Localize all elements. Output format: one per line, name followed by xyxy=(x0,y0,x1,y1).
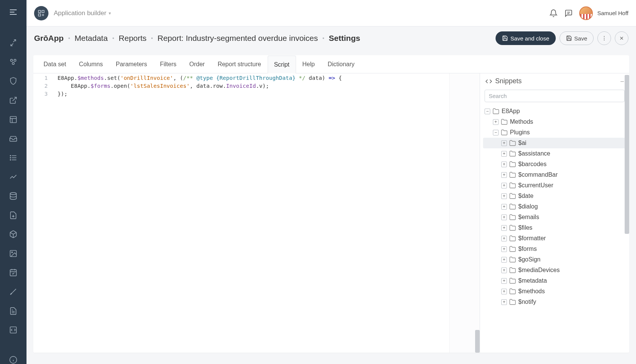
tree-node[interactable]: +$methods xyxy=(483,286,627,297)
search-input[interactable] xyxy=(489,93,620,99)
tab-dictionary[interactable]: Dictionary xyxy=(321,55,361,73)
snippets-search[interactable] xyxy=(485,90,625,102)
expand-icon[interactable]: + xyxy=(501,204,507,210)
collapse-icon[interactable]: – xyxy=(620,78,624,85)
tree-node[interactable]: −Plugins xyxy=(483,127,627,138)
tree-node-label: $formatter xyxy=(518,235,546,242)
expand-icon[interactable]: + xyxy=(501,162,507,167)
tree-node[interactable]: +$date xyxy=(483,191,627,201)
topbar: Application builder ▾ Samuel Hoff xyxy=(26,0,636,26)
cube-icon[interactable] xyxy=(9,230,18,239)
menu-icon[interactable] xyxy=(9,8,18,17)
chart-icon[interactable] xyxy=(9,173,18,181)
more-button[interactable] xyxy=(597,31,611,45)
crumb[interactable]: Reports xyxy=(119,34,147,43)
list-icon[interactable] xyxy=(9,154,18,162)
image-icon[interactable] xyxy=(9,249,18,258)
collapse-icon[interactable]: − xyxy=(485,109,490,114)
tree-node[interactable]: +Methods xyxy=(483,117,627,127)
collapse-icon[interactable]: − xyxy=(493,130,499,135)
code-editor[interactable]: 1E8App.$methods.set('onDrillInvoice', (/… xyxy=(33,73,480,353)
expand-icon[interactable]: + xyxy=(501,246,507,252)
tree-node[interactable]: +$currentUser xyxy=(483,180,627,191)
tree-node[interactable]: +$emails xyxy=(483,212,627,222)
tab-data-set[interactable]: Data set xyxy=(37,55,73,73)
layout-icon[interactable] xyxy=(9,115,18,124)
tab-parameters[interactable]: Parameters xyxy=(109,55,154,73)
tree-node[interactable]: +$files xyxy=(483,222,627,233)
crumb[interactable]: Metadata xyxy=(75,34,108,43)
tree-node-label: $metadata xyxy=(518,277,547,284)
expand-icon[interactable]: + xyxy=(501,183,507,188)
tab-script[interactable]: Script xyxy=(268,56,296,73)
notifications-icon[interactable] xyxy=(546,6,561,21)
avatar[interactable] xyxy=(579,6,593,20)
tree-node[interactable]: +$mediaDevices xyxy=(483,265,627,275)
tree-node[interactable]: +$metadata xyxy=(483,275,627,286)
crumb[interactable]: GrōApp xyxy=(34,34,64,43)
tree-node[interactable]: +$commandBar xyxy=(483,170,627,180)
tree-node[interactable]: +$assistance xyxy=(483,148,627,159)
expand-icon[interactable]: + xyxy=(501,278,507,284)
tab-columns[interactable]: Columns xyxy=(73,55,109,73)
tree-node[interactable]: +$ai xyxy=(483,138,627,148)
expand-icon[interactable]: + xyxy=(501,193,507,199)
app-logo[interactable] xyxy=(34,6,48,20)
save-and-close-button[interactable]: Save and close xyxy=(496,31,556,45)
download-icon[interactable] xyxy=(9,211,18,219)
app-title-dropdown[interactable]: Application builder ▾ xyxy=(54,9,111,17)
tree-node[interactable]: −E8App xyxy=(483,106,627,117)
expand-icon[interactable]: + xyxy=(501,268,507,273)
tree-node[interactable]: +$barcodes xyxy=(483,159,627,170)
folder-icon xyxy=(509,235,516,242)
snippets-scrollbar[interactable] xyxy=(625,73,629,353)
save-button[interactable]: Save xyxy=(560,31,594,45)
expand-icon[interactable]: + xyxy=(501,140,507,146)
code-line[interactable]: 3}); xyxy=(33,90,480,98)
tab-report-structure[interactable]: Report structure xyxy=(211,55,268,73)
separator-icon: • xyxy=(151,35,153,41)
close-button[interactable] xyxy=(615,31,628,45)
tab-filters[interactable]: Filters xyxy=(153,55,183,73)
document-icon[interactable] xyxy=(9,306,18,315)
expand-icon[interactable]: + xyxy=(501,257,507,263)
code-line[interactable]: 1E8App.$methods.set('onDrillInvoice', (/… xyxy=(33,74,480,82)
shield-icon[interactable] xyxy=(9,77,18,86)
brush-icon[interactable] xyxy=(9,288,18,296)
puzzle-icon[interactable] xyxy=(9,39,18,47)
separator-icon: • xyxy=(68,35,70,41)
database-icon[interactable] xyxy=(9,192,18,201)
inbox-icon[interactable] xyxy=(9,134,18,143)
modules-icon[interactable] xyxy=(9,58,18,67)
tree-node[interactable]: +$dialog xyxy=(483,201,627,212)
expand-icon[interactable]: + xyxy=(501,289,507,294)
tab-help[interactable]: Help xyxy=(296,55,321,73)
tree-node-label: $mediaDevices xyxy=(518,267,560,274)
tree-node[interactable]: +$notify xyxy=(483,297,627,307)
expand-icon[interactable]: + xyxy=(501,299,507,305)
code-line[interactable]: 2 E8App.$forms.open('lstSalesInvoices', … xyxy=(33,82,480,90)
expand-icon[interactable]: + xyxy=(501,225,507,231)
tab-order[interactable]: Order xyxy=(183,55,211,73)
expand-icon[interactable]: + xyxy=(501,236,507,241)
expand-icon[interactable]: + xyxy=(493,119,499,125)
code-icon[interactable] xyxy=(9,326,18,334)
tree-node-label: $files xyxy=(518,224,532,231)
expand-icon[interactable]: + xyxy=(501,215,507,220)
external-link-icon[interactable] xyxy=(9,96,18,105)
tree-node[interactable]: +$forms xyxy=(483,244,627,254)
snippets-tree: −E8App+Methods−Plugins+$ai+$assistance+$… xyxy=(480,106,629,353)
breadcrumb-bar: GrōApp • Metadata • Reports • Report: In… xyxy=(26,26,636,50)
editor-scrollbar[interactable] xyxy=(475,73,480,353)
comments-icon[interactable] xyxy=(561,6,576,21)
expand-icon[interactable]: + xyxy=(501,172,507,178)
tree-node[interactable]: +$goSign xyxy=(483,254,627,265)
tree-node[interactable]: +$formatter xyxy=(483,233,627,244)
info-icon[interactable] xyxy=(9,356,18,364)
calendar-icon[interactable] xyxy=(9,268,18,277)
app-title: Application builder xyxy=(54,9,106,17)
crumb[interactable]: Report: Industry-segmented overdue invoi… xyxy=(157,34,318,43)
expand-icon[interactable]: + xyxy=(501,151,507,157)
folder-icon xyxy=(493,108,499,115)
svg-rect-20 xyxy=(10,270,17,276)
